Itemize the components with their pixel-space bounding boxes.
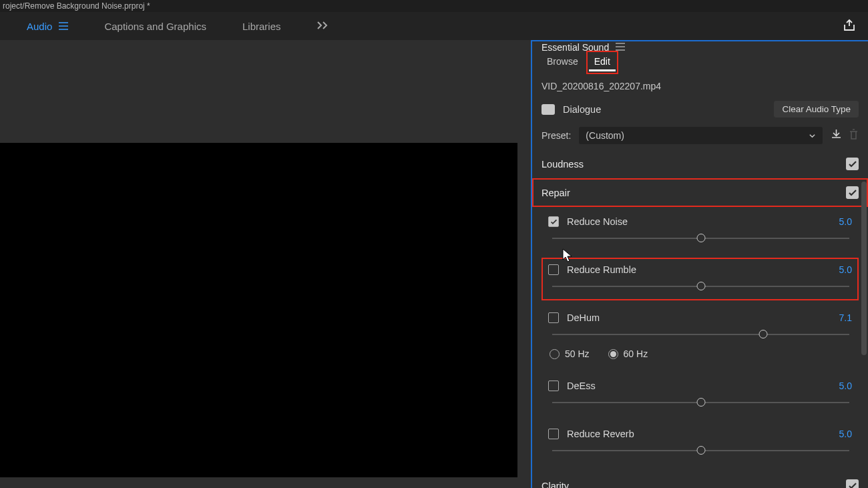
deess-slider[interactable] (552, 398, 849, 407)
workspace-tab-bar: Audio Captions and Graphics Libraries (0, 12, 868, 40)
workspace-tab-label: Captions and Graphics (104, 21, 206, 32)
control-reduce-reverb: Reduce Reverb 5.0 (541, 422, 859, 465)
control-dehum: DeHum 7.1 50 Hz 60 Hz (541, 306, 859, 369)
control-value[interactable]: 5.0 (839, 216, 852, 227)
panel-tabs: Browse Edit (532, 53, 868, 75)
repair-toggle[interactable] (846, 186, 859, 199)
save-preset-icon[interactable] (831, 129, 842, 143)
reduce-noise-slider[interactable] (552, 234, 849, 243)
section-loudness[interactable]: Loudness (532, 150, 868, 178)
reduce-rumble-checkbox[interactable] (548, 264, 559, 275)
workspace-tab-audio[interactable]: Audio (27, 21, 68, 32)
dehum-checkbox[interactable] (548, 312, 559, 323)
section-clarity[interactable]: Clarity (532, 471, 868, 488)
panel-title: Essential Sound (541, 42, 609, 53)
tab-edit[interactable]: Edit (589, 53, 616, 71)
panel-menu-icon[interactable] (616, 41, 625, 53)
reduce-rumble-slider[interactable] (552, 282, 849, 291)
control-deess: DeEss 5.0 (541, 374, 859, 417)
reduce-reverb-checkbox[interactable] (548, 429, 559, 439)
control-reduce-noise: Reduce Noise 5.0 (541, 210, 859, 252)
repair-controls: Reduce Noise 5.0 Reduce Rumble 5.0 DeHum… (532, 207, 868, 471)
control-value[interactable]: 7.1 (839, 312, 852, 323)
section-title: Loudness (541, 159, 584, 170)
control-label: DeEss (567, 381, 831, 391)
preset-value: (Custom) (586, 130, 624, 141)
loudness-toggle[interactable] (846, 158, 859, 170)
control-value[interactable]: 5.0 (839, 381, 852, 391)
delete-preset-icon[interactable] (849, 129, 859, 143)
control-label: Reduce Reverb (567, 429, 831, 439)
radio-label: 60 Hz (624, 348, 648, 359)
control-label: Reduce Rumble (567, 264, 831, 275)
clear-audio-type-button[interactable]: Clear Audio Type (774, 101, 859, 117)
workspace-overflow-button[interactable] (317, 20, 329, 32)
control-value[interactable]: 5.0 (839, 264, 852, 275)
project-title: roject/Remove Background Noise.prproj * (3, 1, 150, 11)
preset-label: Preset: (541, 130, 571, 141)
scrollbar[interactable] (861, 182, 867, 355)
reduce-reverb-slider[interactable] (552, 446, 849, 455)
control-label: DeHum (567, 312, 831, 323)
essential-sound-panel: Essential Sound Browse Edit VID_20200816… (531, 40, 868, 488)
preset-dropdown[interactable]: (Custom) (579, 127, 823, 144)
video-canvas[interactable] (0, 143, 517, 477)
clip-name: VID_20200816_202207.mp4 (532, 75, 868, 97)
dehum-50hz-option[interactable]: 50 Hz (550, 348, 590, 359)
workspace-tab-captions[interactable]: Captions and Graphics (104, 21, 206, 32)
section-repair[interactable]: Repair (532, 178, 868, 207)
reduce-noise-checkbox[interactable] (548, 216, 559, 227)
section-title: Repair (541, 188, 570, 198)
deess-checkbox[interactable] (548, 381, 559, 391)
workspace-tab-libraries[interactable]: Libraries (242, 21, 281, 32)
dehum-slider[interactable] (552, 330, 849, 339)
hamburger-icon[interactable] (59, 21, 68, 32)
control-value[interactable]: 5.0 (839, 429, 852, 439)
section-title: Clarity (541, 481, 569, 489)
tab-browse[interactable]: Browse (541, 53, 584, 71)
chevron-down-icon (809, 132, 816, 140)
window-titlebar: roject/Remove Background Noise.prproj * (0, 0, 868, 12)
workspace-tab-label: Libraries (242, 21, 281, 32)
workspace-tab-label: Audio (27, 21, 52, 32)
control-reduce-rumble: Reduce Rumble 5.0 (541, 258, 859, 300)
control-label: Reduce Noise (567, 216, 831, 227)
audio-type-label: Dialogue (563, 104, 766, 115)
program-monitor (0, 40, 531, 488)
clarity-toggle[interactable] (846, 479, 859, 488)
export-icon[interactable] (843, 19, 856, 35)
radio-icon (550, 349, 560, 359)
radio-icon (608, 349, 618, 359)
dialogue-icon (541, 104, 555, 115)
radio-label: 50 Hz (565, 348, 590, 359)
dehum-60hz-option[interactable]: 60 Hz (608, 348, 648, 359)
